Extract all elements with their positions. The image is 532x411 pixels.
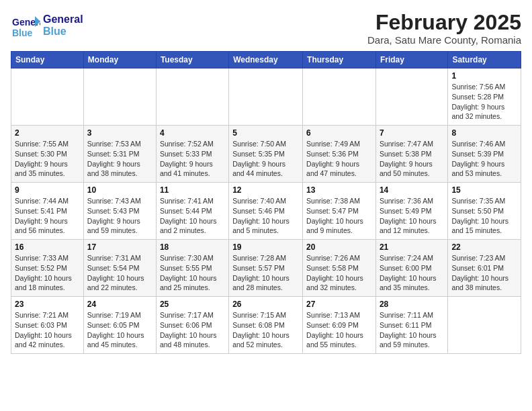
day-number: 23 — [15, 300, 80, 309]
day-info: Sunrise: 7:17 AM Sunset: 6:06 PM Dayligh… — [160, 310, 225, 350]
day-number: 6 — [306, 128, 372, 138]
calendar-cell: 12Sunrise: 7:40 AM Sunset: 5:46 PM Dayli… — [229, 183, 303, 240]
week-row: 1Sunrise: 7:56 AM Sunset: 5:28 PM Daylig… — [11, 68, 521, 126]
calendar-cell: 23Sunrise: 7:21 AM Sunset: 6:03 PM Dayli… — [11, 297, 84, 354]
calendar-cell — [375, 68, 447, 126]
calendar-cell: 9Sunrise: 7:44 AM Sunset: 5:41 PM Daylig… — [11, 183, 84, 240]
weekday-header-cell: Wednesday — [229, 52, 303, 68]
calendar-cell: 11Sunrise: 7:41 AM Sunset: 5:44 PM Dayli… — [156, 183, 228, 240]
day-info: Sunrise: 7:38 AM Sunset: 5:47 PM Dayligh… — [306, 196, 372, 236]
day-number: 26 — [232, 300, 299, 309]
calendar-cell — [303, 68, 376, 126]
calendar-cell: 14Sunrise: 7:36 AM Sunset: 5:49 PM Dayli… — [375, 183, 447, 240]
day-info: Sunrise: 7:47 AM Sunset: 5:38 PM Dayligh… — [380, 139, 444, 179]
day-number: 5 — [232, 128, 299, 138]
calendar-cell: 20Sunrise: 7:26 AM Sunset: 5:58 PM Dayli… — [303, 240, 376, 297]
day-info: Sunrise: 7:13 AM Sunset: 6:09 PM Dayligh… — [306, 310, 372, 350]
weekday-header-cell: Monday — [83, 52, 156, 68]
title-area: February 2025 Dara, Satu Mare County, Ro… — [367, 11, 521, 46]
calendar-cell: 6Sunrise: 7:49 AM Sunset: 5:36 PM Daylig… — [303, 126, 376, 183]
calendar-cell — [83, 68, 156, 126]
week-row: 16Sunrise: 7:33 AM Sunset: 5:52 PM Dayli… — [11, 240, 521, 297]
day-number: 27 — [306, 300, 372, 309]
weekday-header-cell: Saturday — [448, 52, 521, 68]
svg-text:Blue: Blue — [12, 28, 33, 38]
calendar-cell: 28Sunrise: 7:11 AM Sunset: 6:11 PM Dayli… — [375, 297, 447, 354]
day-number: 13 — [306, 185, 372, 195]
day-number: 19 — [232, 242, 299, 252]
calendar-body: 1Sunrise: 7:56 AM Sunset: 5:28 PM Daylig… — [11, 68, 521, 354]
weekday-header-cell: Thursday — [303, 52, 376, 68]
day-number: 10 — [87, 185, 152, 195]
calendar-cell — [448, 297, 521, 354]
logo-blue: Blue — [43, 26, 83, 38]
day-number: 14 — [380, 185, 444, 195]
day-number: 15 — [451, 185, 517, 195]
calendar-cell: 16Sunrise: 7:33 AM Sunset: 5:52 PM Dayli… — [11, 240, 84, 297]
weekday-header-cell: Friday — [375, 52, 447, 68]
day-info: Sunrise: 7:49 AM Sunset: 5:36 PM Dayligh… — [306, 139, 372, 179]
calendar-cell: 22Sunrise: 7:23 AM Sunset: 6:01 PM Dayli… — [448, 240, 521, 297]
logo: General Blue General Blue — [11, 11, 83, 40]
day-info: Sunrise: 7:55 AM Sunset: 5:30 PM Dayligh… — [15, 139, 80, 179]
week-row: 9Sunrise: 7:44 AM Sunset: 5:41 PM Daylig… — [11, 183, 521, 240]
calendar-cell: 13Sunrise: 7:38 AM Sunset: 5:47 PM Dayli… — [303, 183, 376, 240]
calendar-cell: 4Sunrise: 7:52 AM Sunset: 5:33 PM Daylig… — [156, 126, 228, 183]
day-info: Sunrise: 7:52 AM Sunset: 5:33 PM Dayligh… — [160, 139, 225, 179]
calendar-cell: 25Sunrise: 7:17 AM Sunset: 6:06 PM Dayli… — [156, 297, 228, 354]
day-number: 2 — [15, 128, 80, 138]
day-number: 21 — [380, 242, 444, 252]
day-number: 9 — [15, 185, 80, 195]
calendar-cell: 19Sunrise: 7:28 AM Sunset: 5:57 PM Dayli… — [229, 240, 303, 297]
calendar-cell: 7Sunrise: 7:47 AM Sunset: 5:38 PM Daylig… — [375, 126, 447, 183]
day-number: 22 — [451, 242, 517, 252]
calendar-cell: 27Sunrise: 7:13 AM Sunset: 6:09 PM Dayli… — [303, 297, 376, 354]
week-row: 23Sunrise: 7:21 AM Sunset: 6:03 PM Dayli… — [11, 297, 521, 354]
calendar-cell — [229, 68, 303, 126]
main-title: February 2025 — [367, 11, 521, 34]
day-info: Sunrise: 7:15 AM Sunset: 6:08 PM Dayligh… — [232, 310, 299, 350]
day-info: Sunrise: 7:44 AM Sunset: 5:41 PM Dayligh… — [15, 196, 80, 236]
calendar-cell — [11, 68, 84, 126]
day-info: Sunrise: 7:11 AM Sunset: 6:11 PM Dayligh… — [380, 310, 444, 350]
day-number: 12 — [232, 185, 299, 195]
weekday-header-cell: Sunday — [11, 52, 84, 68]
day-info: Sunrise: 7:41 AM Sunset: 5:44 PM Dayligh… — [160, 196, 225, 236]
day-info: Sunrise: 7:24 AM Sunset: 6:00 PM Dayligh… — [380, 253, 444, 293]
calendar-cell: 24Sunrise: 7:19 AM Sunset: 6:05 PM Dayli… — [83, 297, 156, 354]
day-info: Sunrise: 7:53 AM Sunset: 5:31 PM Dayligh… — [87, 139, 152, 179]
day-info: Sunrise: 7:21 AM Sunset: 6:03 PM Dayligh… — [15, 310, 80, 350]
calendar-cell — [156, 68, 228, 126]
day-number: 1 — [451, 71, 517, 81]
day-number: 3 — [87, 128, 152, 138]
day-number: 16 — [15, 242, 80, 252]
day-number: 7 — [380, 128, 444, 138]
day-number: 4 — [160, 128, 225, 138]
day-info: Sunrise: 7:31 AM Sunset: 5:54 PM Dayligh… — [87, 253, 152, 293]
calendar-cell: 17Sunrise: 7:31 AM Sunset: 5:54 PM Dayli… — [83, 240, 156, 297]
day-info: Sunrise: 7:40 AM Sunset: 5:46 PM Dayligh… — [232, 196, 299, 236]
week-row: 2Sunrise: 7:55 AM Sunset: 5:30 PM Daylig… — [11, 126, 521, 183]
day-info: Sunrise: 7:19 AM Sunset: 6:05 PM Dayligh… — [87, 310, 152, 350]
calendar-cell: 8Sunrise: 7:46 AM Sunset: 5:39 PM Daylig… — [448, 126, 521, 183]
day-info: Sunrise: 7:36 AM Sunset: 5:49 PM Dayligh… — [380, 196, 444, 236]
calendar-cell: 1Sunrise: 7:56 AM Sunset: 5:28 PM Daylig… — [448, 68, 521, 126]
logo-general: General — [43, 13, 83, 26]
calendar-cell: 21Sunrise: 7:24 AM Sunset: 6:00 PM Dayli… — [375, 240, 447, 297]
weekday-header: SundayMondayTuesdayWednesdayThursdayFrid… — [11, 52, 521, 68]
calendar-cell: 18Sunrise: 7:30 AM Sunset: 5:55 PM Dayli… — [156, 240, 228, 297]
day-number: 8 — [451, 128, 517, 138]
day-info: Sunrise: 7:50 AM Sunset: 5:35 PM Dayligh… — [232, 139, 299, 179]
calendar-table: SundayMondayTuesdayWednesdayThursdayFrid… — [11, 51, 521, 354]
calendar-cell: 15Sunrise: 7:35 AM Sunset: 5:50 PM Dayli… — [448, 183, 521, 240]
day-number: 17 — [87, 242, 152, 252]
calendar-cell: 2Sunrise: 7:55 AM Sunset: 5:30 PM Daylig… — [11, 126, 84, 183]
day-number: 18 — [160, 242, 225, 252]
day-info: Sunrise: 7:33 AM Sunset: 5:52 PM Dayligh… — [15, 253, 80, 293]
day-info: Sunrise: 7:23 AM Sunset: 6:01 PM Dayligh… — [451, 253, 517, 293]
day-info: Sunrise: 7:43 AM Sunset: 5:43 PM Dayligh… — [87, 196, 152, 236]
day-info: Sunrise: 7:46 AM Sunset: 5:39 PM Dayligh… — [451, 139, 517, 179]
subtitle: Dara, Satu Mare County, Romania — [367, 34, 521, 46]
calendar-cell: 5Sunrise: 7:50 AM Sunset: 5:35 PM Daylig… — [229, 126, 303, 183]
day-info: Sunrise: 7:35 AM Sunset: 5:50 PM Dayligh… — [451, 196, 517, 236]
